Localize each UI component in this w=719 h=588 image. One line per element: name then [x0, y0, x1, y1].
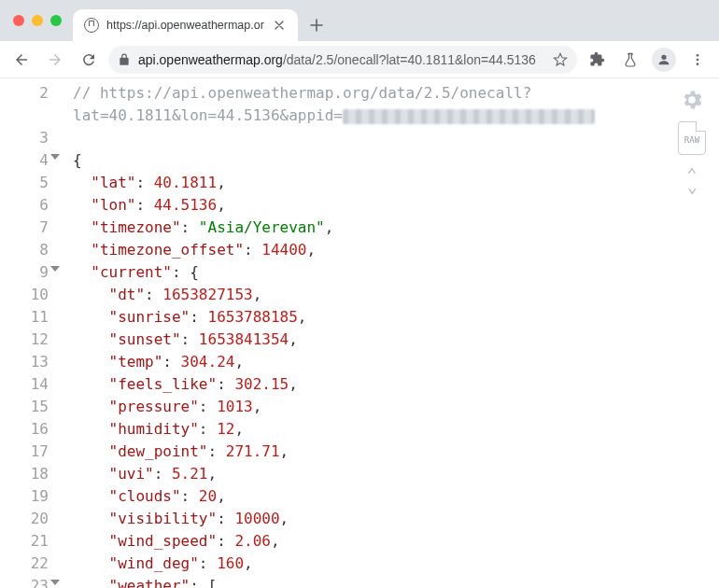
code-line: "humidity": 12,	[73, 418, 719, 441]
line-number: 12	[0, 329, 49, 351]
redacted-appid	[343, 109, 595, 124]
back-button[interactable]	[7, 46, 35, 74]
bookmark-star-icon[interactable]	[553, 52, 568, 67]
scroll-arrows[interactable]: ⌃ ⌃	[687, 168, 698, 194]
minimize-window-button[interactable]	[32, 15, 43, 26]
line-number: 2	[0, 82, 49, 105]
code-line: "lon": 44.5136,	[73, 194, 719, 217]
code-line: "uvi": 5.21,	[73, 463, 719, 485]
profile-button[interactable]	[650, 46, 678, 74]
tab-title: https://api.openweathermap.or	[106, 19, 264, 32]
code-line: "dt": 1653827153,	[73, 284, 719, 306]
code-line: lat=40.1811&lon=44.5136&appid=	[73, 105, 719, 127]
line-number: 18	[0, 463, 49, 485]
viewer-controls: RAW ⌃ ⌃	[678, 88, 706, 194]
line-number: 16	[0, 418, 49, 441]
line-number: 8	[0, 239, 49, 261]
code-line: {	[73, 149, 719, 172]
line-number: 21	[0, 530, 49, 553]
code-line: "clouds": 20,	[73, 485, 719, 508]
avatar-icon	[652, 48, 676, 72]
svg-point-0	[697, 54, 699, 57]
code-line: "weather": [	[73, 575, 719, 588]
code-area[interactable]: // https://api.openweathermap.org/data/2…	[54, 78, 719, 588]
code-line: "wind_deg": 160,	[73, 553, 719, 575]
code-line: "timezone": "Asia/Yerevan",	[73, 217, 719, 239]
maximize-window-button[interactable]	[50, 15, 62, 26]
extensions-button[interactable]	[583, 46, 611, 74]
svg-point-1	[697, 58, 699, 61]
code-line: "sunrise": 1653788185,	[73, 306, 719, 329]
line-number: 3	[0, 127, 49, 149]
line-number: 15	[0, 396, 49, 418]
line-number: 13	[0, 351, 49, 373]
new-tab-button[interactable]	[303, 12, 330, 38]
line-number: 5	[0, 172, 49, 194]
address-bar[interactable]: api.openweathermap.org/data/2.5/onecall?…	[108, 46, 577, 74]
code-line: "visibility": 10000,	[73, 508, 719, 530]
fold-toggle[interactable]	[50, 580, 60, 585]
code-line: "current": {	[73, 261, 719, 284]
line-number: 4	[0, 149, 49, 172]
line-number: 6	[0, 194, 49, 217]
url-text: api.openweathermap.org/data/2.5/onecall?…	[138, 52, 545, 67]
code-line: "pressure": 1013,	[73, 396, 719, 418]
browser-tab[interactable]: https://api.openweathermap.or	[73, 9, 298, 41]
close-tab-button[interactable]	[272, 18, 287, 33]
json-viewer: 234567891011121314151617181920212223 // …	[0, 78, 719, 588]
code-line: "timezone_offset": 14400,	[73, 239, 719, 261]
raw-button[interactable]: RAW	[678, 121, 706, 155]
line-number: 22	[0, 553, 49, 575]
chevron-down-icon[interactable]: ⌃	[687, 181, 698, 194]
reload-button[interactable]	[75, 46, 103, 74]
line-number: 7	[0, 217, 49, 239]
fold-toggle[interactable]	[50, 266, 60, 272]
code-line: "wind_speed": 2.06,	[73, 530, 719, 553]
line-number: 14	[0, 373, 49, 396]
line-number: 11	[0, 306, 49, 329]
tab-strip: https://api.openweathermap.or	[0, 0, 719, 41]
code-line: "dew_point": 271.71,	[73, 441, 719, 463]
line-number: 9	[0, 261, 49, 284]
toolbar: api.openweathermap.org/data/2.5/onecall?…	[0, 41, 719, 78]
code-line: "feels_like": 302.15,	[73, 373, 719, 396]
window-controls	[7, 0, 73, 41]
svg-point-2	[697, 63, 699, 65]
gear-icon[interactable]	[680, 88, 704, 112]
code-line: // https://api.openweathermap.org/data/2…	[73, 82, 719, 105]
menu-button[interactable]	[684, 46, 712, 74]
code-line: "sunset": 1653841354,	[73, 329, 719, 351]
labs-button[interactable]	[616, 46, 644, 74]
line-number: 17	[0, 441, 49, 463]
line-number: 20	[0, 508, 49, 530]
line-number: 10	[0, 284, 49, 306]
code-line: "temp": 304.24,	[73, 351, 719, 373]
code-line	[73, 127, 719, 149]
line-number: 23	[0, 575, 49, 588]
line-number: 19	[0, 485, 49, 508]
forward-button[interactable]	[41, 46, 69, 74]
globe-icon	[84, 18, 99, 33]
lock-icon	[118, 53, 131, 66]
code-line: "lat": 40.1811,	[73, 172, 719, 194]
fold-toggle[interactable]	[50, 154, 60, 160]
line-gutter: 234567891011121314151617181920212223	[0, 78, 54, 588]
close-window-button[interactable]	[13, 15, 24, 26]
browser-window: https://api.openweathermap.or api.openwe…	[0, 0, 719, 588]
